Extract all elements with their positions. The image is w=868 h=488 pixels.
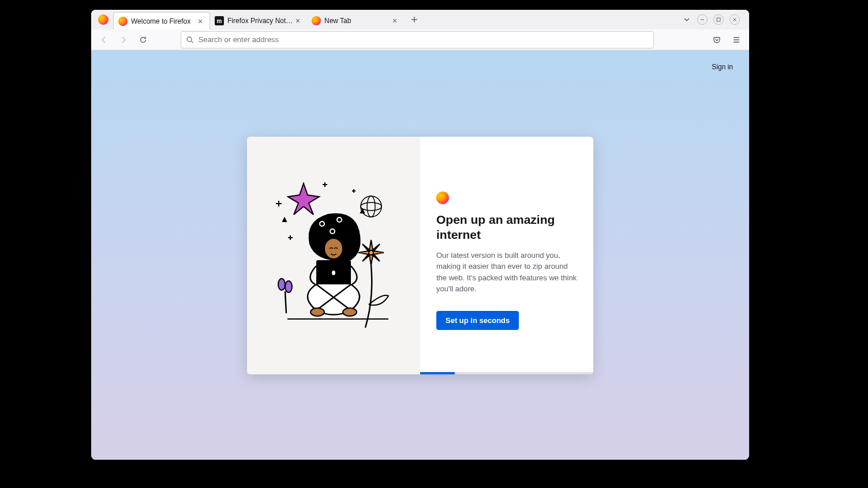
sign-in-link[interactable]: Sign in — [712, 63, 733, 71]
tab-close-icon[interactable]: × — [196, 17, 205, 26]
svg-point-13 — [332, 271, 335, 275]
setup-button[interactable]: Set up in seconds — [436, 311, 519, 330]
svg-point-15 — [343, 308, 357, 316]
tab-close-icon[interactable]: × — [390, 16, 399, 25]
progress-step-4 — [524, 372, 559, 374]
progress-step-2 — [455, 372, 489, 374]
tab-welcome[interactable]: Welcome to Firefox × — [113, 12, 210, 29]
welcome-headline: Open up an amazing internet — [436, 212, 577, 243]
window-minimize-button[interactable] — [697, 14, 708, 25]
progress-indicator — [420, 372, 593, 374]
firefox-favicon-icon — [118, 17, 128, 26]
navigation-toolbar — [91, 29, 749, 50]
window-close-button[interactable] — [729, 14, 740, 25]
pocket-button[interactable] — [709, 32, 725, 48]
toolbar-right — [709, 32, 744, 48]
tab-label: New Tab — [324, 17, 390, 25]
welcome-content-panel: Open up an amazing internet Our latest v… — [420, 137, 593, 374]
search-icon — [186, 36, 194, 44]
tab-close-icon[interactable]: × — [293, 16, 302, 25]
welcome-card: Open up an amazing internet Our latest v… — [247, 137, 593, 374]
tab-label: Welcome to Firefox — [131, 17, 196, 25]
address-input[interactable] — [199, 35, 649, 44]
progress-step-3 — [489, 372, 524, 374]
svg-point-3 — [361, 202, 381, 211]
tab-strip: Welcome to Firefox × m Firefox Privacy N… — [91, 10, 749, 29]
progress-step-5 — [559, 372, 593, 374]
svg-point-11 — [324, 238, 343, 259]
svg-point-14 — [310, 308, 324, 316]
tab-privacy[interactable]: m Firefox Privacy Notice — × — [210, 12, 307, 29]
svg-point-5 — [369, 250, 373, 255]
tab-newtab[interactable]: New Tab × — [307, 12, 404, 29]
tab-label: Firefox Privacy Notice — — [227, 17, 293, 25]
tab-strip-right — [679, 12, 746, 28]
content-area: Sign in — [91, 50, 749, 460]
browser-window: Welcome to Firefox × m Firefox Privacy N… — [91, 10, 749, 460]
app-icon — [93, 10, 113, 29]
window-maximize-button[interactable] — [713, 14, 724, 25]
forward-button[interactable] — [115, 32, 132, 48]
firefox-favicon-icon — [312, 16, 321, 25]
new-tab-button[interactable] — [406, 12, 422, 28]
mozilla-favicon-icon: m — [215, 16, 224, 25]
svg-point-4 — [367, 196, 375, 217]
svg-point-7 — [285, 281, 292, 292]
window-controls — [697, 14, 740, 25]
back-button[interactable] — [96, 32, 112, 48]
svg-point-6 — [278, 279, 285, 290]
svg-rect-0 — [717, 18, 720, 21]
tabs-dropdown-button[interactable] — [679, 12, 695, 28]
progress-step-1 — [420, 372, 455, 374]
svg-point-2 — [361, 196, 381, 217]
welcome-illustration — [267, 178, 400, 333]
reload-button[interactable] — [135, 32, 151, 48]
welcome-body: Our latest version is built around you, … — [436, 250, 577, 295]
svg-point-1 — [187, 37, 192, 42]
address-bar[interactable] — [181, 31, 654, 48]
welcome-illustration-panel — [247, 137, 420, 374]
firefox-icon — [98, 14, 108, 25]
app-menu-button[interactable] — [728, 32, 744, 48]
firefox-brand-icon — [436, 192, 449, 204]
